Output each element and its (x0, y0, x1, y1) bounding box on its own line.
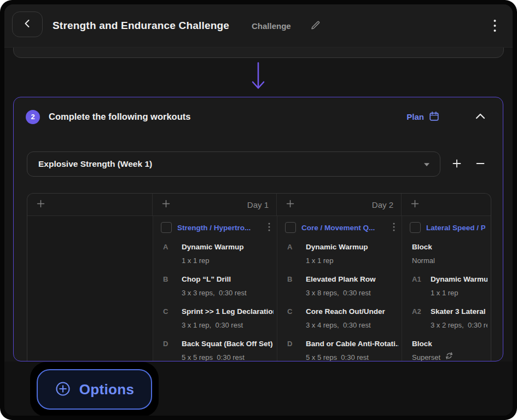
exercise-detail: 5 x 5 reps 0:30 rest (306, 351, 398, 361)
calendar-icon (429, 111, 439, 123)
exercise-detail: 3 x 1 rep, 0:30 rest (182, 318, 274, 332)
add-week-button[interactable] (448, 156, 466, 172)
collapse-step-button[interactable] (471, 111, 490, 122)
chevron-up-icon (474, 112, 486, 122)
flow-arrow-down-icon (251, 61, 266, 95)
block-label: Block (412, 337, 487, 351)
app-screen: Strength and Endurance Challenge Challen… (0, 0, 517, 420)
minus-icon (475, 159, 485, 170)
workout-checkbox[interactable] (161, 222, 172, 233)
kebab-vertical-icon (493, 19, 496, 34)
planner-header-cell (402, 194, 491, 215)
exercise-name: Dynamic Warmup (431, 272, 487, 286)
workout-card-header: Strength / Hypertro... (153, 216, 277, 233)
remove-week-button[interactable] (471, 156, 490, 172)
options-button[interactable]: Options (37, 369, 152, 410)
exercise-detail: 3 x 8 reps, 0:30 rest (306, 286, 398, 300)
exercise-name: Chop “L” Drill (182, 272, 274, 286)
entity-type-label: Challenge (252, 4, 291, 47)
exercise-row[interactable]: D Band or Cable Anti-Rotati...5 x 5 reps… (287, 337, 398, 361)
workout-week-value: Explosive Strength (Week 1) (38, 159, 423, 169)
planner-column-empty[interactable] (27, 216, 153, 361)
plan-button[interactable]: Plan (403, 110, 443, 124)
exercise-name: Core Reach Out/Under (306, 305, 398, 318)
block-label: Block (412, 240, 487, 254)
planner-header-row: Day 1 Day 2 (27, 194, 491, 216)
exercise-name: Back Squat (Back Off Set) (182, 337, 274, 351)
plus-icon (452, 159, 462, 170)
options-label: Options (79, 381, 134, 398)
block-mode: Superset (412, 351, 440, 361)
plus-circle-icon (55, 381, 71, 399)
workout-planner-table: Day 1 Day 2 (27, 193, 491, 361)
exercise-detail: 3 x 4 reps, 0:30 rest (306, 318, 398, 332)
exercise-row[interactable]: D Back Squat (Back Off Set)5 x 5 reps 0:… (163, 337, 274, 361)
exercise-detail: 3 x 3 reps, 0:30 rest (182, 286, 274, 300)
step-number-badge: 2 (26, 110, 40, 124)
exercise-tag: A1 (412, 272, 431, 300)
add-day-button[interactable] (35, 199, 47, 210)
workout-title-link[interactable]: Lateral Speed / Ply (426, 224, 485, 232)
exercise-tag: A (287, 240, 306, 267)
workout-card-header: Core / Movement Q... (277, 216, 402, 233)
exercise-list: A Dynamic Warmup1 x 1 rep B Chop “L” Dri… (153, 233, 277, 361)
exercise-row[interactable]: C Sprint >> 1 Leg Declarations3 x 1 rep,… (163, 305, 274, 332)
planner-body: Strength / Hypertro... A Dynamic Warmup1… (27, 216, 491, 361)
exercise-name: Skater 3 Lateral Ho (431, 305, 487, 318)
workout-menu-button[interactable] (267, 223, 271, 233)
workout-week-select[interactable]: Explosive Strength (Week 1) (27, 151, 440, 177)
exercise-row[interactable]: A Dynamic Warmup1 x 1 rep (163, 240, 274, 267)
exercise-tag: C (287, 305, 306, 332)
plus-icon (36, 199, 45, 210)
exercise-name: Elevated Plank Row (306, 272, 398, 286)
exercise-detail: 1 x 1 rep (431, 286, 487, 300)
exercise-list: Block Normal A1 Dynamic Warmup1 x 1 rep … (402, 233, 491, 361)
add-day-button[interactable] (160, 199, 172, 210)
exercise-row[interactable]: B Chop “L” Drill3 x 3 reps, 0:30 rest (163, 272, 274, 300)
step-card: 2 Complete the following workouts Plan E… (13, 97, 503, 361)
exercise-tag: D (163, 337, 182, 361)
planner-header-cell (27, 194, 153, 215)
workout-title-link[interactable]: Strength / Hypertro... (177, 224, 262, 232)
plus-icon (410, 199, 420, 210)
day-label: Day 2 (372, 200, 393, 209)
caret-down-icon (423, 159, 430, 169)
plus-icon (161, 199, 171, 210)
exercise-row[interactable]: A2 Skater 3 Lateral Ho3 x 2 reps, 0:30 r… (412, 305, 487, 332)
exercise-detail: 1 x 1 rep (306, 254, 398, 267)
block-header: Block Normal (412, 240, 487, 267)
plus-icon (286, 199, 295, 210)
header: Strength and Endurance Challenge Challen… (4, 4, 513, 48)
exercise-name: Band or Cable Anti-Rotati... (306, 337, 398, 351)
exercise-row[interactable]: A1 Dynamic Warmup1 x 1 rep (412, 272, 487, 300)
exercise-row[interactable]: B Elevated Plank Row3 x 8 reps, 0:30 res… (287, 272, 398, 300)
exercise-tag: B (163, 272, 182, 300)
exercise-detail: 1 x 1 rep (182, 254, 274, 267)
add-day-button[interactable] (409, 199, 421, 210)
exercise-tag: A2 (412, 305, 431, 332)
exercise-detail: 5 x 5 reps 0:30 rest (182, 351, 274, 361)
workout-menu-button[interactable] (392, 223, 396, 233)
kebab-vertical-icon (268, 223, 270, 233)
planner-column-day3: Lateral Speed / Ply Block Normal A1 Dyna… (402, 216, 491, 361)
exercise-row[interactable]: C Core Reach Out/Under3 x 4 reps, 0:30 r… (287, 305, 398, 332)
chevron-left-icon (22, 18, 33, 31)
workout-card-header: Lateral Speed / Ply (402, 216, 491, 233)
repeat-loop-icon (445, 351, 454, 361)
app-window: Strength and Endurance Challenge Challen… (4, 4, 513, 416)
exercise-row[interactable]: A Dynamic Warmup1 x 1 rep (287, 240, 398, 267)
add-day-button[interactable] (284, 199, 296, 210)
back-button[interactable] (12, 11, 43, 37)
edit-icon[interactable] (310, 20, 321, 33)
exercise-tag: B (287, 272, 306, 300)
workout-checkbox[interactable] (285, 222, 296, 233)
planner-column-day1: Strength / Hypertro... A Dynamic Warmup1… (153, 216, 277, 361)
planner-header-cell: Day 2 (277, 194, 402, 215)
block-mode: Normal (412, 254, 487, 267)
overflow-menu-button[interactable] (489, 19, 500, 34)
step-title: Complete the following workouts (49, 112, 190, 122)
exercise-tag: D (287, 337, 306, 361)
workout-checkbox[interactable] (410, 222, 421, 233)
kebab-vertical-icon (393, 223, 395, 233)
workout-title-link[interactable]: Core / Movement Q... (301, 224, 386, 232)
